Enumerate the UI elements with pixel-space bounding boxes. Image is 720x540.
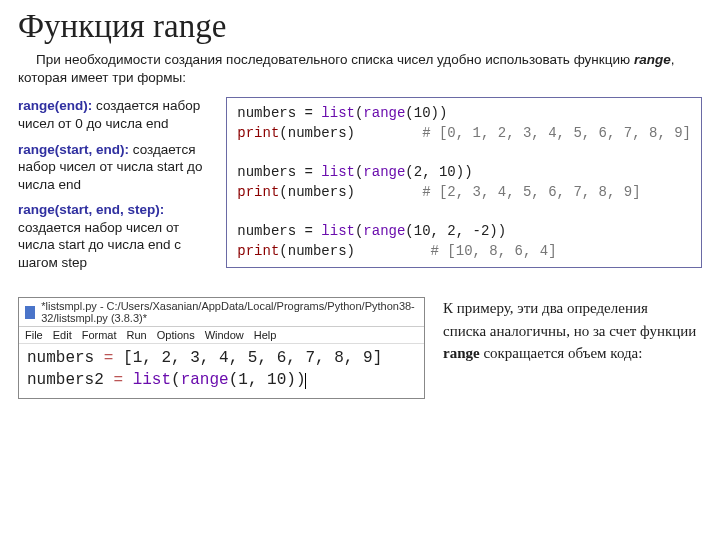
code-keyword: print bbox=[237, 125, 279, 141]
code-func: list bbox=[321, 105, 355, 121]
idle-editor-window: *listsmpl.py - C:/Users/Xasanian/AppData… bbox=[18, 297, 425, 398]
aside-text-part: сокращается объем кода: bbox=[480, 345, 643, 361]
def-desc: создается набор чисел от числа start до … bbox=[18, 220, 181, 270]
editor-text bbox=[123, 371, 133, 389]
text-cursor-icon bbox=[305, 373, 306, 389]
code-text: numbers = bbox=[237, 223, 321, 239]
editor-operator: = bbox=[104, 349, 114, 367]
def-sig: range(start, end): bbox=[18, 142, 129, 157]
code-text: numbers = bbox=[237, 164, 321, 180]
menu-edit[interactable]: Edit bbox=[53, 329, 72, 341]
code-func: range bbox=[363, 223, 405, 239]
editor-text: numbers2 bbox=[27, 371, 113, 389]
code-text: (2, 10)) bbox=[405, 164, 472, 180]
editor-text: ( bbox=[171, 371, 181, 389]
editor-func: range bbox=[181, 371, 229, 389]
aside-line2: списка аналогичны, но за счет функции ra… bbox=[443, 320, 698, 365]
aside-line1: К примеру, эти два определения bbox=[443, 297, 698, 320]
editor-text: (1, 10)) bbox=[229, 371, 306, 389]
code-keyword: print bbox=[237, 184, 279, 200]
python-file-icon bbox=[25, 306, 35, 319]
editor-body[interactable]: numbers = [1, 2, 3, 4, 5, 6, 7, 8, 9] nu… bbox=[19, 344, 424, 397]
code-keyword: print bbox=[237, 243, 279, 259]
editor-func: list bbox=[133, 371, 171, 389]
def-sig: range(end): bbox=[18, 98, 92, 113]
editor-text: numbers bbox=[27, 349, 104, 367]
aside-bold: range bbox=[443, 345, 480, 361]
code-text: (numbers) bbox=[279, 184, 422, 200]
def-sig: range(start, end, step): bbox=[18, 202, 164, 217]
menu-run[interactable]: Run bbox=[127, 329, 147, 341]
def-range-start-end: range(start, end): создается набор чисел… bbox=[18, 141, 212, 194]
code-text: (10)) bbox=[405, 105, 447, 121]
editor-menubar: File Edit Format Run Options Window Help bbox=[19, 327, 424, 344]
code-example-box: numbers = list(range(10)) print(numbers)… bbox=[226, 97, 702, 268]
code-func: list bbox=[321, 164, 355, 180]
code-func: range bbox=[363, 164, 405, 180]
editor-titlebar: *listsmpl.py - C:/Users/Xasanian/AppData… bbox=[19, 298, 424, 327]
code-comment: # [10, 8, 6, 4] bbox=[431, 243, 557, 259]
intro-before: При необходимости создания последователь… bbox=[36, 52, 634, 67]
menu-options[interactable]: Options bbox=[157, 329, 195, 341]
editor-titlebar-text: *listsmpl.py - C:/Users/Xasanian/AppData… bbox=[41, 300, 418, 324]
def-range-start-end-step: range(start, end, step): создается набор… bbox=[18, 201, 212, 271]
code-func: range bbox=[363, 105, 405, 121]
menu-help[interactable]: Help bbox=[254, 329, 277, 341]
menu-window[interactable]: Window bbox=[205, 329, 244, 341]
editor-operator: = bbox=[113, 371, 123, 389]
editor-text: [1, 2, 3, 4, 5, 6, 7, 8, 9] bbox=[113, 349, 382, 367]
def-range-end: range(end): создается набор чисел от 0 д… bbox=[18, 97, 212, 132]
code-text: (numbers) bbox=[279, 243, 430, 259]
intro-bold: range bbox=[634, 52, 671, 67]
intro-text: При необходимости создания последователь… bbox=[18, 51, 702, 87]
menu-file[interactable]: File bbox=[25, 329, 43, 341]
code-func: list bbox=[321, 223, 355, 239]
code-comment: # [0, 1, 2, 3, 4, 5, 6, 7, 8, 9] bbox=[422, 125, 691, 141]
page-title: Функция range bbox=[18, 8, 702, 45]
aside-text-part: списка аналогичны, но за счет функции bbox=[443, 323, 696, 339]
code-text: (10, 2, -2)) bbox=[405, 223, 506, 239]
definitions-list: range(end): создается набор чисел от 0 д… bbox=[18, 97, 212, 279]
menu-format[interactable]: Format bbox=[82, 329, 117, 341]
code-text: numbers = bbox=[237, 105, 321, 121]
code-text: (numbers) bbox=[279, 125, 422, 141]
aside-text: К примеру, эти два определения списка ан… bbox=[443, 297, 698, 365]
code-comment: # [2, 3, 4, 5, 6, 7, 8, 9] bbox=[422, 184, 640, 200]
